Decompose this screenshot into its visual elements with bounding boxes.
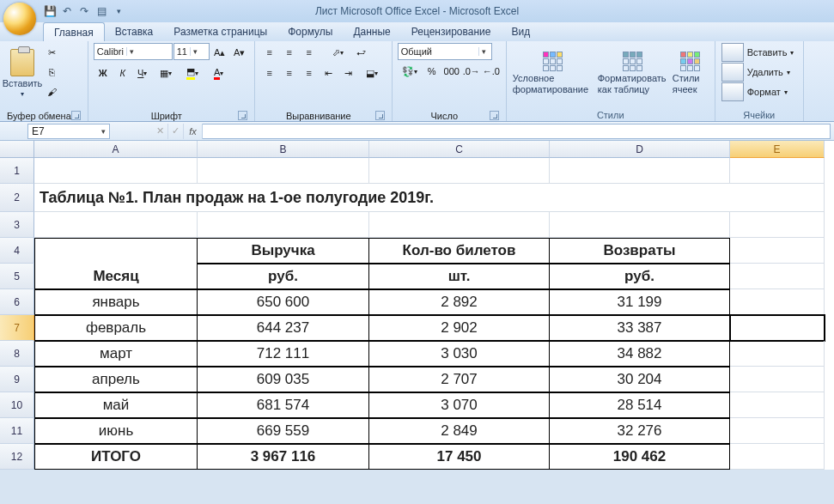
font-name-select[interactable]: Calibri▾ [94,43,173,60]
redo-icon[interactable]: ↷ [77,4,91,18]
quick-print-icon[interactable]: ▤ [94,4,108,18]
cell[interactable]: июнь [34,418,198,444]
cell[interactable] [34,238,198,264]
row-header-1[interactable]: 1 [0,158,34,184]
cell[interactable] [730,238,825,264]
row-header-12[interactable]: 12 [0,444,34,470]
cell[interactable]: шт. [369,264,550,289]
cell[interactable] [730,341,825,367]
cell[interactable]: 3 070 [369,392,550,418]
cell[interactable]: 33 387 [550,315,730,341]
cell[interactable]: 31 199 [550,289,730,315]
col-header-a[interactable]: A [34,141,198,158]
format-cells-button[interactable]: Формат▾ [721,82,798,101]
align-left-icon[interactable]: ≡ [260,64,279,82]
comma-icon[interactable]: 000 [442,62,461,81]
cell[interactable] [730,444,825,470]
cell[interactable]: 681 574 [198,392,369,418]
cell[interactable] [730,392,825,418]
copy-icon[interactable]: ⎘ [42,63,61,82]
tab-page-layout[interactable]: Разметка страницы [163,22,277,41]
cell[interactable] [198,212,369,238]
cell[interactable]: 3 030 [369,341,550,367]
align-middle-icon[interactable]: ≡ [280,43,299,62]
cut-icon[interactable]: ✂ [42,43,61,62]
cell[interactable]: 34 882 [550,341,730,367]
row-header-2[interactable]: 2 [0,184,34,212]
format-painter-icon[interactable]: 🖌 [42,82,61,101]
col-header-c[interactable]: C [369,141,550,158]
row-header-4[interactable]: 4 [0,238,34,264]
cell[interactable]: руб. [198,264,369,289]
percent-icon[interactable]: % [423,62,441,81]
cell[interactable]: апрель [34,367,198,392]
formula-input[interactable] [203,124,831,139]
decrease-decimal-icon[interactable]: ←.0 [482,62,501,81]
cell[interactable]: январь [34,289,198,315]
clipboard-launcher-icon[interactable] [71,111,81,120]
cell[interactable]: 650 600 [198,289,369,315]
active-cell[interactable] [730,315,825,341]
currency-icon[interactable]: 💱▾ [398,62,422,81]
align-right-icon[interactable]: ≡ [300,64,319,82]
paste-button[interactable]: Вставить ▾ [5,43,40,103]
cell[interactable]: 2 902 [369,315,550,341]
name-box[interactable]: E7▾ [27,124,110,139]
italic-button[interactable]: К [113,64,132,82]
cell[interactable]: ИТОГО [34,444,198,470]
number-launcher-icon[interactable] [490,111,499,120]
font-color-icon[interactable]: A▾ [206,64,232,82]
row-header-6[interactable]: 6 [0,289,34,315]
title-cell[interactable]: Таблица №1. План продаж на 1-ое полугоди… [34,184,825,212]
undo-icon[interactable]: ↶ [60,4,74,18]
cell[interactable] [730,367,825,392]
align-bottom-icon[interactable]: ≡ [300,43,319,62]
cell[interactable]: Возвраты [550,238,730,264]
cell[interactable] [730,158,825,184]
orientation-icon[interactable]: ⬀▾ [326,43,351,62]
tab-review[interactable]: Рецензирование [401,22,502,41]
row-header-11[interactable]: 11 [0,418,34,444]
increase-decimal-icon[interactable]: .0→ [462,62,481,81]
cell[interactable] [34,212,198,238]
cell[interactable]: Месяц [34,264,198,289]
cell[interactable] [369,158,550,184]
cell[interactable] [730,264,825,289]
cell[interactable]: 28 514 [550,392,730,418]
qat-customize-icon[interactable]: ▾ [112,4,125,18]
tab-view[interactable]: Вид [501,22,540,41]
fx-icon[interactable]: fx [184,124,203,139]
tab-formulas[interactable]: Формулы [277,22,343,41]
cell-styles-button[interactable]: Стили ячеек [672,43,709,103]
cell[interactable]: 609 035 [198,367,369,392]
cell[interactable]: 190 462 [550,444,730,470]
format-as-table-button[interactable]: Форматировать как таблицу [597,43,669,103]
cell[interactable]: февраль [34,315,198,341]
row-header-8[interactable]: 8 [0,341,34,367]
cell[interactable] [730,212,825,238]
bold-button[interactable]: Ж [94,64,113,82]
merge-cells-icon[interactable]: ⬓▾ [359,64,385,82]
cell[interactable] [550,212,730,238]
col-header-e[interactable]: E [730,141,825,158]
conditional-formatting-button[interactable]: Условное форматирование [512,43,594,103]
cell[interactable] [198,158,369,184]
cell[interactable]: март [34,341,198,367]
col-header-d[interactable]: D [550,141,730,158]
worksheet-grid[interactable]: A B C D E 1 2 Таблица №1. План продаж на… [0,141,834,470]
insert-cells-button[interactable]: Вставить▾ [721,43,798,62]
align-center-icon[interactable]: ≡ [280,64,299,82]
cell[interactable]: 17 450 [369,444,550,470]
cell[interactable] [730,289,825,315]
cell[interactable]: 30 204 [550,367,730,392]
fx-enter-icon[interactable]: ✓ [168,124,184,139]
office-button[interactable] [3,3,36,35]
fill-color-icon[interactable]: ⬒▾ [180,64,205,82]
cell[interactable]: руб. [550,264,730,289]
tab-home[interactable]: Главная [43,22,105,41]
cell[interactable]: 2 849 [369,418,550,444]
grow-font-icon[interactable]: A▴ [210,43,229,62]
cell[interactable]: 32 276 [550,418,730,444]
delete-cells-button[interactable]: Удалить▾ [721,63,798,82]
tab-data[interactable]: Данные [343,22,400,41]
